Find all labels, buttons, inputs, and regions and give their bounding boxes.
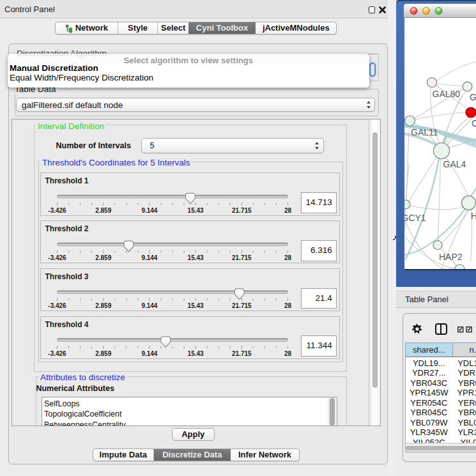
svg-text:HA: HA (471, 211, 476, 221)
svg-text:GCY1: GCY1 (404, 213, 426, 223)
svg-text:GAL4: GAL4 (443, 159, 466, 169)
svg-text:GAL80: GAL80 (432, 89, 460, 99)
svg-text:C: C (472, 118, 476, 128)
svg-text:GAL11: GAL11 (411, 127, 438, 137)
svg-text:G.: G. (470, 92, 476, 102)
svg-text:HAP2: HAP2 (439, 252, 463, 262)
